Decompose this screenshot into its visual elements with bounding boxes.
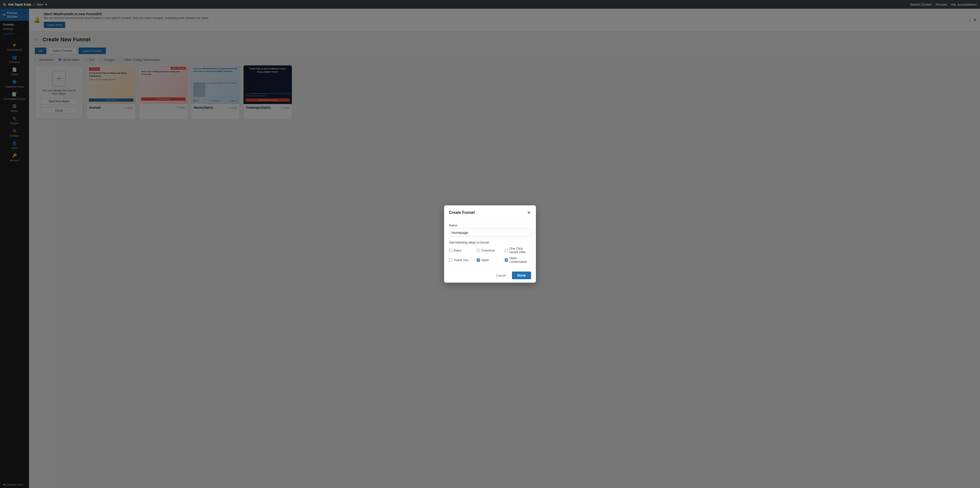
account-link[interactable]: Account	[936, 3, 947, 6]
greeting-text: Hai, accountdemo!	[951, 3, 977, 6]
checkbox-sales-label: Sales	[453, 249, 461, 252]
modal-overlay[interactable]: Create Funnel ✕ Name Add following steps…	[0, 0, 980, 488]
checkbox-upsell[interactable]: One Click Upsell Offer	[505, 247, 531, 254]
plus-icon: +	[33, 3, 35, 6]
checkbox-thankyou-input[interactable]	[449, 258, 452, 261]
steps-section-label: Add following steps to funnel	[449, 241, 531, 244]
site-name[interactable]: Kek Tapak Kuda	[8, 3, 31, 6]
create-funnel-modal: Create Funnel ✕ Name Add following steps…	[444, 205, 536, 283]
checkbox-checkout-label: Checkout	[481, 249, 495, 252]
search-contact-link[interactable]: Search Contact	[910, 3, 932, 6]
checkbox-optin[interactable]: Optin	[477, 256, 503, 263]
checkbox-thankyou-label: Thank You	[453, 258, 468, 262]
top-bar-right: Search Contact Account Hai, accountdemo!	[910, 3, 977, 6]
top-bar-left: ⚙ Kek Tapak Kuda + New ✦	[3, 2, 48, 7]
checkbox-optin-confirmation-input[interactable]	[505, 258, 508, 261]
checkbox-optin-confirmation[interactable]: Optin Confirmation	[505, 256, 531, 263]
checkbox-optin-confirmation-label: Optin Confirmation	[509, 256, 531, 263]
star-icon: ✦	[45, 3, 48, 6]
name-field-label: Name	[449, 223, 531, 227]
cancel-button[interactable]: Cancel	[492, 271, 509, 279]
checkbox-optin-label: Optin	[481, 258, 489, 262]
checkbox-upsell-label: One Click Upsell Offer	[509, 247, 531, 254]
modal-body: Name Add following steps to funnel Sales…	[444, 219, 536, 268]
top-bar: ⚙ Kek Tapak Kuda + New ✦ Search Contact …	[0, 0, 980, 9]
checkbox-sales-input[interactable]	[449, 249, 452, 252]
checkbox-upsell-input[interactable]	[505, 249, 508, 252]
checkbox-checkout[interactable]: Checkout	[477, 247, 503, 254]
modal-header: Create Funnel ✕	[444, 205, 536, 219]
modal-close-button[interactable]: ✕	[527, 210, 531, 215]
checkbox-optin-input[interactable]	[477, 258, 480, 261]
modal-title: Create Funnel	[449, 211, 475, 215]
steps-checkboxes: Sales Checkout One Click Upsell Offer Th…	[449, 247, 531, 263]
wp-icon: ⚙	[3, 2, 6, 7]
checkbox-thankyou[interactable]: Thank You	[449, 256, 475, 263]
modal-footer: Cancel Done	[444, 268, 536, 283]
done-button[interactable]: Done	[512, 271, 531, 279]
new-label[interactable]: New	[37, 3, 43, 6]
funnel-name-input[interactable]	[449, 228, 531, 237]
checkbox-checkout-input[interactable]	[477, 249, 480, 252]
checkbox-sales[interactable]: Sales	[449, 247, 475, 254]
